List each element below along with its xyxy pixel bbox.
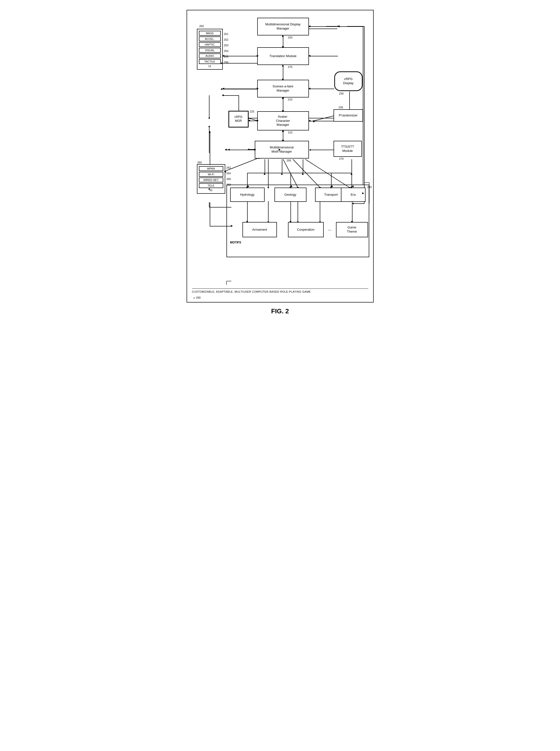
right-top-line — [338, 26, 363, 27]
mdm-label: Multidimensional Display Manager — [259, 22, 307, 31]
mmm-down-2 — [282, 159, 282, 173]
ref-235: 235 — [339, 106, 343, 109]
motifs-down-4 — [352, 173, 352, 187]
prandom-label: P'randomizer — [339, 114, 357, 118]
ref-275: 275 — [288, 65, 293, 68]
mmm-motifs-horiz — [247, 173, 352, 173]
ui-tm-arrowhead-r — [257, 55, 259, 57]
motifs-up-2 — [281, 173, 283, 175]
prandom-to-acm-line — [309, 121, 334, 121]
page: MASS ACCEL. HAPTIC VISUAL AUDIO TACTILE … — [186, 5, 374, 316]
sam-right-line — [309, 88, 334, 89]
sam-label: Scenes-a-faireManager — [273, 84, 294, 93]
prandom-arrowhead — [308, 120, 311, 122]
ref-251: 251 — [224, 33, 228, 36]
motifs-down-1 — [247, 173, 248, 187]
mmm-box: MultidimensionalMotif Manager — [255, 141, 309, 159]
sam-acm-up — [282, 97, 284, 99]
svg-marker-19 — [208, 118, 210, 119]
mdm-box: Multidimensional Display Manager — [257, 18, 309, 36]
ref-256: 256 — [224, 61, 228, 64]
tm-box: Translation Module — [257, 47, 309, 65]
era-down-line — [352, 202, 353, 222]
ri-motifs-horiz — [210, 226, 232, 226]
motifs-up-1 — [264, 173, 266, 175]
ref-215: 215 — [288, 98, 293, 101]
ri-item-tele: TELE — [199, 183, 223, 188]
caption-text: CUSTOMIZABLE, ADAPTABLE, MULTIUSER COMPU… — [192, 290, 311, 293]
motifs-arrow-3 — [330, 187, 332, 188]
ri-item-wifi: Wi-Fi — [199, 172, 223, 177]
ui-sam-arrowhead-r — [257, 88, 259, 89]
mdm-right-line — [309, 26, 338, 27]
mgr-acm-arrowhead-r — [248, 120, 250, 122]
ri-mmm-line — [225, 150, 255, 150]
era-down-arrow — [351, 221, 353, 223]
mmm-down-4 — [352, 159, 352, 173]
mmm-down-1 — [265, 159, 265, 173]
acm-label: Avatar-CharacterManager — [276, 115, 290, 127]
ui-tm-line — [223, 56, 257, 56]
svg-marker-45 — [309, 149, 311, 151]
svg-line-50 — [293, 159, 320, 187]
prandom-box: P'randomizer — [334, 109, 363, 122]
hydrology-down-line — [247, 202, 248, 222]
ri-group: WPAN Wi-Fi WIRED NET TELE RI — [197, 164, 225, 194]
crpg-display-box: cRPGDisplay — [334, 72, 363, 91]
hydrology-down-arrow — [246, 221, 248, 223]
ref-205: 205 — [287, 159, 291, 162]
era-right-arrow — [362, 192, 364, 194]
ref-264: 264 — [226, 172, 231, 175]
geology-down-line — [291, 202, 291, 222]
diagram-border: MASS ACCEL. HAPTIC VISUAL AUDIO TACTILE … — [186, 10, 374, 303]
sam-acm-vert — [283, 98, 283, 111]
ui-label: UI — [199, 65, 221, 68]
crpg-display-right-connect — [363, 81, 363, 82]
tm-right-arrowhead — [308, 55, 311, 57]
acm-mmm-down — [282, 140, 284, 142]
diagram-area: MASS ACCEL. HAPTIC VISUAL AUDIO TACTILE … — [192, 15, 368, 286]
svg-line-52 — [305, 159, 349, 187]
svg-marker-27 — [208, 125, 210, 127]
sam-right-arrowhead — [308, 88, 311, 89]
sam-acm-down — [282, 110, 284, 112]
ref-220: 220 — [288, 36, 293, 39]
tm-sam-up — [282, 64, 284, 66]
svg-line-28 — [224, 158, 258, 171]
motifs-down-2 — [291, 173, 291, 187]
ui-item-tactile: TACTILE — [199, 59, 221, 64]
ui-group: MASS ACCEL. HAPTIC VISUAL AUDIO TACTILE … — [197, 29, 223, 70]
ref-230: 230 — [339, 92, 344, 95]
motifs-down-3 — [331, 173, 332, 187]
ui-tm-arrowhead-l — [222, 55, 224, 57]
motifs-up-4 — [351, 173, 353, 175]
ri-mmm-arrowhead-r — [254, 149, 256, 151]
motifs-arrow-4 — [351, 187, 353, 188]
tts-label: TTS/STTModule — [341, 145, 354, 153]
ref-250: 250 — [199, 25, 204, 27]
acm-mmm-vert — [283, 130, 283, 141]
crpg-mgr-box: cRPGMGR — [228, 111, 248, 127]
ui-sam-line — [223, 88, 257, 89]
ref-270: 270 — [339, 157, 344, 160]
ref-210: 210 — [288, 131, 293, 134]
ref-266: 266 — [226, 178, 231, 180]
motifs-arrow-1 — [246, 187, 248, 188]
ref-254: 254 — [224, 49, 228, 53]
ri-up-arrow — [209, 131, 211, 133]
mmm-right-arrowhead — [279, 149, 281, 151]
ui-item-haptic: HAPTIC — [199, 42, 221, 47]
ref-262: 262 — [226, 166, 231, 169]
ref-225: 225 — [250, 110, 254, 113]
ui-item-accel: ACCEL. — [199, 36, 221, 41]
tm-to-crpg — [309, 56, 338, 56]
acm-box: Avatar-CharacterManager — [257, 111, 309, 130]
tm-label: Translation Module — [269, 54, 296, 58]
ui-item-audio: AUDIO — [199, 54, 221, 58]
crpg-to-ui-line — [239, 95, 239, 111]
ui-sam-arrowhead-l — [222, 88, 224, 89]
crpg-to-ui-horiz — [223, 95, 239, 96]
mmm-down-3 — [303, 159, 303, 173]
right-top-arrowhead — [338, 25, 340, 27]
ri-mmm-arrowhead-l — [225, 149, 227, 151]
